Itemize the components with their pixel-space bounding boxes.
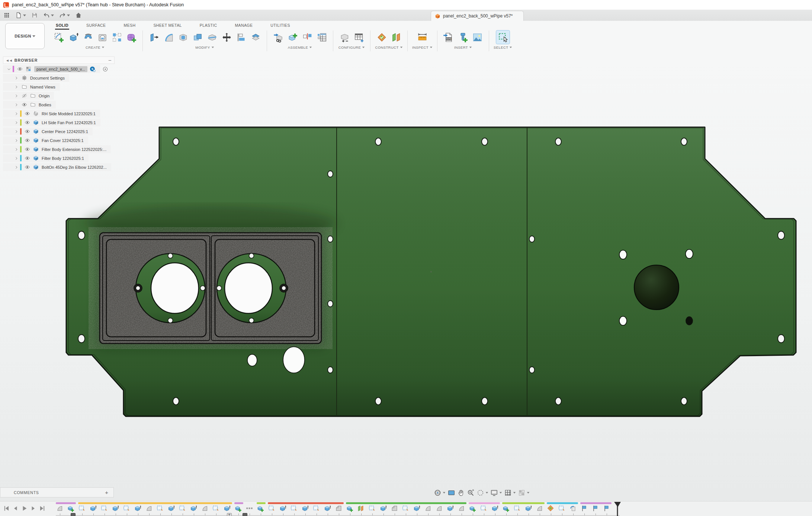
timeline-position-marker[interactable] xyxy=(613,502,622,516)
minimize-icon[interactable]: – xyxy=(109,58,111,62)
timeline-feature-comp[interactable] xyxy=(257,504,265,513)
timeline-feature-sketch[interactable] xyxy=(268,504,276,513)
timeline-feature-sketch[interactable] xyxy=(290,504,298,513)
group-label-select[interactable]: SELECT xyxy=(494,45,512,49)
model-scene[interactable] xyxy=(0,55,812,516)
offset-plane-button[interactable] xyxy=(389,30,403,44)
activate-component-radio[interactable] xyxy=(102,66,108,72)
chevron-right-icon[interactable] xyxy=(14,76,19,80)
timeline-feature-plane[interactable] xyxy=(357,504,365,513)
browser-item-label[interactable]: Filter Body 12262025:1 xyxy=(42,156,84,161)
collapse-panel-icon[interactable]: ◄◄ xyxy=(6,58,12,62)
insert-fastener-button[interactable] xyxy=(456,30,470,44)
browser-item-label[interactable]: panel_enc2_back_500_v... xyxy=(34,66,87,72)
bom-button[interactable] xyxy=(315,30,328,44)
chevron-down-icon[interactable] xyxy=(7,67,11,71)
timeline-feature-sketch[interactable] xyxy=(368,504,376,513)
timeline-feature-comp[interactable] xyxy=(469,504,477,513)
file-button[interactable] xyxy=(13,11,28,19)
group-label-insert[interactable]: INSERT xyxy=(454,45,472,49)
visibility-eye-icon[interactable] xyxy=(25,155,30,161)
split-body-button[interactable] xyxy=(205,30,219,44)
new-component-button[interactable] xyxy=(286,30,299,44)
zoom-button[interactable] xyxy=(467,489,475,497)
comments-bar[interactable]: COMMENTS + xyxy=(0,487,114,497)
chevron-right-icon[interactable] xyxy=(14,120,19,125)
align-button[interactable] xyxy=(234,30,248,44)
viewport-canvas[interactable] xyxy=(0,55,812,516)
timeline-feature-sketch[interactable] xyxy=(123,504,131,513)
fan-port-hole[interactable] xyxy=(151,263,199,313)
ribbon-tab-solid[interactable]: SOLID xyxy=(55,22,69,30)
browser-item-label[interactable]: Origin xyxy=(39,94,49,98)
timeline-feature-extrude[interactable] xyxy=(134,504,142,513)
timeline-track[interactable] xyxy=(56,515,620,516)
config-table-button[interactable] xyxy=(352,30,366,44)
timeline-feature-extrude[interactable] xyxy=(324,504,332,513)
browser-item-label[interactable]: Bodies xyxy=(39,103,51,107)
timeline-feature-fillet[interactable] xyxy=(56,504,64,513)
ribbon-tab-manage[interactable]: MANAGE xyxy=(234,22,253,30)
workspace-selector-button[interactable]: DESIGN xyxy=(5,23,45,49)
chevron-right-icon[interactable] xyxy=(14,85,19,89)
add-comment-button[interactable]: + xyxy=(105,489,108,496)
browser-item-label[interactable]: Fan Cover 12242025:1 xyxy=(42,138,84,143)
group-label-construct[interactable]: CONSTRUCT xyxy=(375,45,402,49)
layout-grid-button[interactable] xyxy=(504,489,516,497)
timeline-feature-sketch[interactable] xyxy=(402,504,410,513)
timeline-feature-comp[interactable] xyxy=(346,504,354,513)
configuration-button[interactable] xyxy=(338,30,351,44)
visibility-eye-icon[interactable] xyxy=(25,129,30,134)
timeline-feature-extrude[interactable] xyxy=(413,504,421,513)
group-label-modify[interactable]: MODIFY xyxy=(195,45,214,49)
group-label-assemble[interactable]: ASSEMBLE xyxy=(288,45,312,49)
timeline-feature-extrude[interactable] xyxy=(491,504,499,513)
timeline-feature-sketch[interactable] xyxy=(312,504,321,513)
chevron-right-icon[interactable] xyxy=(14,129,19,134)
browser-item-label[interactable]: Named Views xyxy=(30,85,55,89)
visibility-eye-icon[interactable] xyxy=(25,111,30,116)
visibility-eye-icon[interactable] xyxy=(17,66,23,72)
app-grid-button[interactable] xyxy=(1,11,12,19)
ribbon-tab-plastic[interactable]: PLASTIC xyxy=(199,22,218,30)
chevron-right-icon[interactable] xyxy=(14,147,19,152)
chevron-right-icon[interactable] xyxy=(14,103,19,107)
timeline-feature-sketch[interactable] xyxy=(100,504,109,513)
browser-item-label[interactable]: Center Piece 12242025:1 xyxy=(42,129,88,134)
chevron-right-icon[interactable] xyxy=(14,94,19,98)
timeline-feature-paste[interactable] xyxy=(569,504,577,513)
timeline-feature-extrude[interactable] xyxy=(190,504,198,513)
ribbon-tab-mesh[interactable]: MESH xyxy=(123,22,137,30)
pipe-elbow-dome[interactable] xyxy=(634,265,679,310)
browser-item-label[interactable]: RH Side Modded 12232025:1 xyxy=(42,112,96,116)
undo-button[interactable] xyxy=(41,11,56,19)
fillet-button[interactable] xyxy=(162,30,175,44)
combine-button[interactable] xyxy=(191,30,204,44)
timeline-feature-flag[interactable] xyxy=(580,504,588,513)
select-button[interactable] xyxy=(496,30,510,44)
timeline-feature-flag[interactable] xyxy=(603,504,611,513)
visibility-eye-icon[interactable] xyxy=(22,102,27,107)
browser-item-label[interactable]: Filter Body Extension 122522025:... xyxy=(42,147,106,152)
timeline-range-handle[interactable] xyxy=(243,513,247,516)
group-label-configure[interactable]: CONFIGURE xyxy=(338,45,365,49)
timeline-feature-extrude[interactable] xyxy=(89,504,97,513)
timeline-feature-fillet[interactable] xyxy=(536,504,544,513)
display-button[interactable] xyxy=(490,489,502,497)
timeline-feature-comp[interactable] xyxy=(67,504,75,513)
save-button[interactable] xyxy=(29,11,40,19)
timeline-feature-extrude[interactable] xyxy=(446,504,455,513)
browser-item-label[interactable]: LH Side Fan Port 12242025:1 xyxy=(42,120,96,125)
chevron-right-icon[interactable] xyxy=(14,138,19,143)
timeline-feature-extrude[interactable] xyxy=(167,504,176,513)
fit-button[interactable] xyxy=(476,489,488,497)
pan-button[interactable] xyxy=(457,489,465,497)
home-button[interactable] xyxy=(73,11,84,19)
insert-derive-button[interactable] xyxy=(272,30,285,44)
redo-button[interactable] xyxy=(57,11,72,19)
measure-button[interactable] xyxy=(415,30,429,44)
timeline-feature-extrude[interactable] xyxy=(524,504,533,513)
timeline-feature-extrude[interactable] xyxy=(279,504,287,513)
fan-mount-plate[interactable] xyxy=(97,230,324,346)
chevron-right-icon[interactable] xyxy=(14,165,19,170)
